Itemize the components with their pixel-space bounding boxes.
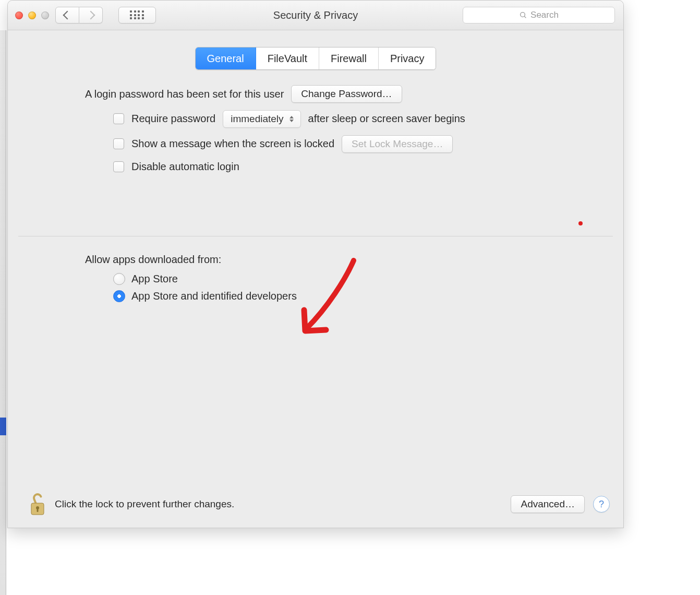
disable-auto-login-label: Disable automatic login [131,160,239,173]
tab-firewall[interactable]: Firewall [319,47,379,69]
require-password-delay-popup[interactable]: immediately [223,110,300,128]
change-password-button[interactable]: Change Password… [291,85,402,103]
updown-icon [288,114,295,124]
search-input[interactable]: Search [463,7,615,23]
svg-point-0 [521,13,525,17]
lock-message-row: Show a message when the screen is locked… [85,135,551,153]
tab-general[interactable]: General [196,47,256,69]
disable-auto-login-row: Disable automatic login [85,160,551,173]
nav-buttons [55,7,103,23]
show-all-prefs-button[interactable] [118,7,156,23]
zoom-window-button[interactable] [41,11,49,19]
footer: Click the lock to prevent further change… [8,481,623,528]
allow-apps-heading: Allow apps downloaded from: [85,253,551,266]
require-password-checkbox[interactable] [113,113,124,124]
help-icon: ? [599,499,604,510]
chevron-left-icon [63,11,72,20]
require-password-label: Require password [131,112,215,125]
back-button[interactable] [55,7,79,23]
content-area: General FileVault Firewall Privacy A log… [8,30,623,303]
radio-label: App Store [131,272,178,285]
radio-button[interactable] [113,273,125,285]
tab-filevault[interactable]: FileVault [256,47,319,69]
login-password-row: A login password has been set for this u… [85,85,551,103]
lock-message-label: Show a message when the screen is locked [131,137,334,150]
require-password-row: Require password immediately after sleep… [85,110,551,128]
annotation-dot [578,221,583,225]
close-window-button[interactable] [15,11,23,19]
window-controls [13,11,49,19]
general-pane: A login password has been set for this u… [17,59,614,303]
lock-hint-text: Click the lock to prevent further change… [55,498,234,510]
tab-segmented-control: General FileVault Firewall Privacy [195,47,437,70]
security-privacy-window: Security & Privacy Search General FileVa… [7,0,624,528]
search-placeholder: Search [530,10,559,20]
tab-label: Privacy [390,53,425,65]
search-wrap: Search [463,7,615,23]
help-button[interactable]: ? [593,496,610,513]
require-password-suffix: after sleep or screen saver begins [308,112,465,125]
popup-value: immediately [231,113,283,125]
chevron-right-icon [87,11,95,20]
tab-privacy[interactable]: Privacy [379,47,436,69]
search-icon [519,11,527,19]
allow-apps-option-identified-developers[interactable]: App Store and identified developers [85,290,551,303]
peek-selection [0,418,6,435]
svg-line-1 [524,16,526,18]
tab-label: FileVault [268,53,307,65]
radio-label: App Store and identified developers [131,290,297,303]
section-divider [18,236,613,236]
lock-open-icon[interactable] [29,492,46,517]
titlebar: Security & Privacy Search [8,1,623,30]
grid-icon [130,10,144,20]
allow-apps-option-app-store[interactable]: App Store [85,272,551,285]
minimize-window-button[interactable] [28,11,36,19]
lock-message-checkbox[interactable] [113,138,124,149]
login-password-text: A login password has been set for this u… [85,88,284,101]
radio-button[interactable] [113,290,125,302]
tab-label: Firewall [331,53,367,65]
forward-button[interactable] [79,7,103,23]
advanced-button[interactable]: Advanced… [511,495,585,513]
tab-label: General [207,53,244,65]
set-lock-message-button[interactable]: Set Lock Message… [342,135,453,153]
disable-auto-login-checkbox[interactable] [113,161,124,172]
svg-rect-5 [37,508,39,512]
peek-other-window [0,30,6,595]
